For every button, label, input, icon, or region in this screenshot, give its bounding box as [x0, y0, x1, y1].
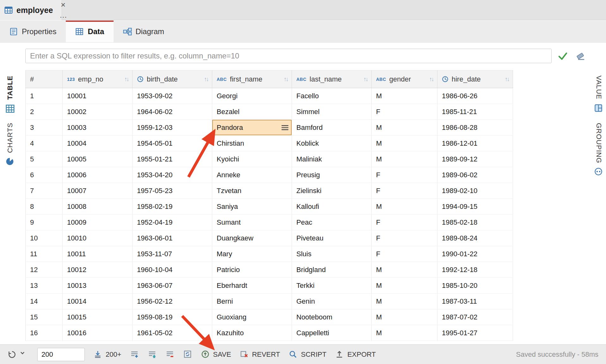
table-cell[interactable]: F [372, 230, 437, 246]
table-cell[interactable]: Bezalel [212, 104, 292, 120]
table-cell[interactable]: M [372, 88, 437, 104]
table-cell[interactable]: 1990-01-22 [437, 246, 513, 262]
table-cell[interactable]: M [372, 309, 437, 325]
presentation-tab-table[interactable]: TABLE [6, 76, 15, 113]
tab-diagram[interactable]: Diagram [114, 21, 174, 42]
table-cell[interactable]: 1987-07-02 [437, 309, 513, 325]
row-number-cell[interactable]: 16 [26, 325, 63, 341]
table-cell[interactable]: 1986-12-01 [437, 136, 513, 151]
table-cell[interactable]: Sumant [212, 215, 292, 230]
table-cell[interactable]: F [372, 167, 437, 183]
row-number-cell[interactable]: 7 [26, 183, 63, 199]
table-cell[interactable]: M [372, 278, 437, 294]
revert-button[interactable]: REVERT [240, 350, 280, 359]
sort-icon[interactable]: ↑↓ [429, 76, 435, 83]
script-button[interactable]: SCRIPT [289, 350, 326, 359]
table-cell[interactable]: 1953-11-07 [133, 246, 212, 262]
clear-filter-button[interactable] [576, 51, 586, 62]
table-cell[interactable]: Patricio [212, 262, 292, 278]
column-header-rownum[interactable]: # [26, 70, 63, 88]
table-cell[interactable]: Pandora [212, 120, 292, 136]
column-header-gender[interactable]: ABCgender↑↓ [372, 70, 437, 88]
table-cell[interactable]: 1953-09-02 [133, 88, 212, 104]
row-number-cell[interactable]: 5 [26, 151, 63, 167]
table-cell[interactable]: 1953-04-20 [133, 167, 212, 183]
table-cell[interactable]: M [372, 294, 437, 309]
table-cell[interactable]: 10004 [63, 136, 133, 151]
table-cell[interactable]: 10016 [63, 325, 133, 341]
table-cell[interactable]: 1960-10-04 [133, 262, 212, 278]
table-cell[interactable]: Peac [292, 215, 372, 230]
table-cell[interactable]: 10014 [63, 294, 133, 309]
column-header-last_name[interactable]: ABClast_name↑↓ [292, 70, 372, 88]
table-cell[interactable]: Kazuhito [212, 325, 292, 341]
table-cell[interactable]: Kyoichi [212, 151, 292, 167]
table-cell[interactable]: 10009 [63, 215, 133, 230]
tab-close-icon[interactable]: × [61, 1, 65, 9]
table-cell[interactable]: 10013 [63, 278, 133, 294]
row-number-cell[interactable]: 10 [26, 230, 63, 246]
sort-icon[interactable]: ↑↓ [363, 76, 369, 83]
table-cell[interactable]: 1985-10-20 [437, 278, 513, 294]
sort-icon[interactable]: ↑↓ [505, 76, 510, 83]
table-cell[interactable]: Preusig [292, 167, 372, 183]
table-cell[interactable]: 1986-06-26 [437, 88, 513, 104]
refresh-dropdown-button[interactable] [8, 350, 28, 359]
column-header-emp_no[interactable]: 123emp_no↑↓ [63, 70, 133, 88]
tab-overflow-icon[interactable]: … [59, 11, 68, 19]
table-cell[interactable]: 1986-08-28 [437, 120, 513, 136]
table-cell[interactable]: Duangkaew [212, 230, 292, 246]
presentation-tab-charts[interactable]: CHARTS [6, 123, 15, 166]
table-cell[interactable]: 1963-06-01 [133, 230, 212, 246]
table-cell[interactable]: 10005 [63, 151, 133, 167]
table-cell[interactable]: 1964-06-02 [133, 104, 212, 120]
table-cell[interactable]: 10006 [63, 167, 133, 183]
table-cell[interactable]: Anneke [212, 167, 292, 183]
table-cell[interactable]: 1995-01-27 [437, 325, 513, 341]
row-number-cell[interactable]: 2 [26, 104, 63, 120]
table-cell[interactable]: 10015 [63, 309, 133, 325]
table-cell[interactable]: Saniya [212, 199, 292, 215]
table-cell[interactable]: Berni [212, 294, 292, 309]
table-cell[interactable]: 10002 [63, 104, 133, 120]
apply-filter-button[interactable] [557, 51, 568, 61]
table-cell[interactable]: 1989-08-24 [437, 230, 513, 246]
sort-icon[interactable]: ↑↓ [284, 76, 289, 83]
table-cell[interactable]: Bridgland [292, 262, 372, 278]
row-number-cell[interactable]: 6 [26, 167, 63, 183]
column-header-hire_date[interactable]: hire_date↑↓ [437, 70, 513, 88]
table-cell[interactable]: Simmel [292, 104, 372, 120]
table-cell[interactable]: M [372, 136, 437, 151]
table-cell[interactable]: Genin [292, 294, 372, 309]
table-cell[interactable]: 10007 [63, 183, 133, 199]
table-cell[interactable]: Facello [292, 88, 372, 104]
export-button[interactable]: EXPORT [335, 350, 376, 359]
table-cell[interactable]: 10003 [63, 120, 133, 136]
table-cell[interactable]: Nooteboom [292, 309, 372, 325]
table-cell[interactable]: 1963-06-07 [133, 278, 212, 294]
table-cell[interactable]: 1959-08-19 [133, 309, 212, 325]
delete-row-button[interactable] [166, 350, 175, 359]
table-cell[interactable]: M [372, 199, 437, 215]
tab-data[interactable]: Data [66, 21, 114, 42]
duplicate-row-button[interactable] [148, 350, 157, 359]
table-cell[interactable]: Zielinski [292, 183, 372, 199]
row-number-cell[interactable]: 9 [26, 215, 63, 230]
table-cell[interactable]: Tzvetan [212, 183, 292, 199]
table-cell[interactable]: F [372, 246, 437, 262]
table-cell[interactable]: F [372, 215, 437, 230]
table-cell[interactable]: 10011 [63, 246, 133, 262]
table-cell[interactable]: M [372, 151, 437, 167]
table-cell[interactable]: 1987-03-11 [437, 294, 513, 309]
row-number-cell[interactable]: 1 [26, 88, 63, 104]
table-cell[interactable]: 1955-01-21 [133, 151, 212, 167]
fetch-next-button[interactable]: 200+ [94, 350, 121, 359]
table-cell[interactable]: Mary [212, 246, 292, 262]
table-cell[interactable]: 1957-05-23 [133, 183, 212, 199]
table-cell[interactable]: 1956-02-12 [133, 294, 212, 309]
table-cell[interactable]: Guoxiang [212, 309, 292, 325]
tab-properties[interactable]: Properties [0, 21, 66, 42]
table-cell[interactable]: Maliniak [292, 151, 372, 167]
table-cell[interactable]: 10012 [63, 262, 133, 278]
table-cell[interactable]: 1959-12-03 [133, 120, 212, 136]
